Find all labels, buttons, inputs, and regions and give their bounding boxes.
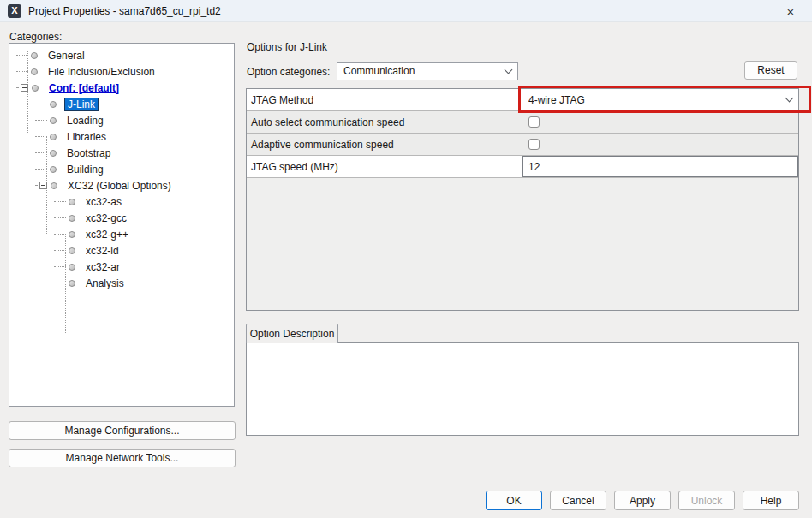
tree-branch-stub [54, 283, 66, 283]
option-checkbox[interactable] [528, 116, 540, 128]
manage-network-tools-label: Manage Network Tools... [66, 452, 179, 464]
category-bullet-icon [69, 199, 75, 205]
tree-item-general[interactable]: General [16, 47, 234, 63]
tree-item-xc32-g[interactable]: xc32-g++ [54, 226, 234, 242]
dropdown-value: 4-wire JTAG [528, 94, 786, 106]
option-row: JTAG Method 4-wire JTAG [247, 89, 798, 111]
option-categories-label: Option categories: [247, 66, 330, 78]
option-name-cell: JTAG Method [247, 89, 522, 110]
title-bar: X Project Properties - sama7d65_cu_rpi_t… [0, 0, 812, 22]
reset-button[interactable]: Reset [744, 61, 797, 80]
category-bullet-icon [69, 215, 75, 222]
app-logo-icon: X [8, 4, 21, 18]
category-bullet-icon [69, 264, 75, 271]
tree-branch-stub [54, 250, 66, 251]
tree-branch-stub [16, 55, 28, 56]
option-name-cell: Auto select communication speed [247, 111, 522, 133]
tree-item-libraries[interactable]: Libraries [35, 128, 234, 145]
tree-item-label: xc32-g++ [83, 228, 131, 241]
tree-branch-stub [35, 136, 47, 137]
tree-item-xc32-global-options[interactable]: XC32 (Global Options) [35, 177, 234, 194]
collapse-expander-icon[interactable] [21, 84, 28, 92]
tree-branch-stub [35, 152, 47, 153]
chevron-down-icon [785, 94, 794, 103]
tree-item-building[interactable]: Building [35, 161, 234, 177]
category-bullet-icon [50, 101, 57, 108]
tree-branch-stub [54, 266, 66, 267]
tree-item-label: Analysis [83, 277, 127, 290]
option-checkbox[interactable] [528, 139, 540, 150]
option-value-cell[interactable] [522, 111, 798, 133]
tree-item-label: xc32-ar [83, 260, 122, 274]
category-bullet-icon [50, 166, 57, 173]
tree-item-conf-default[interactable]: Conf: [default] [16, 80, 234, 96]
button-label: Cancel [562, 495, 594, 507]
tree-item-label: Conf: [default] [46, 81, 122, 95]
option-row: JTAG speed (MHz) 12 [247, 156, 798, 178]
options-panel-title: Options for J-Link [247, 41, 327, 53]
ok-button[interactable]: OK [486, 491, 542, 510]
reset-label: Reset [757, 64, 784, 76]
options-table: JTAG Method 4-wire JTAG Auto select comm… [246, 88, 799, 311]
button-label: OK [506, 495, 521, 507]
tree-item-label: XC32 (Global Options) [65, 179, 174, 193]
category-bullet-icon [50, 117, 57, 124]
tree-branch-stub [35, 169, 47, 170]
tree-item-label: General [45, 49, 87, 63]
tree-branch-stub [35, 185, 37, 186]
apply-button[interactable]: Apply [614, 491, 671, 510]
tree-branch-stub [54, 217, 66, 218]
help-button[interactable]: Help [743, 491, 799, 510]
category-bullet-icon [69, 280, 75, 287]
option-value-cell[interactable] [522, 134, 798, 155]
dialog-footer: OK Cancel Apply Unlock Help [0, 491, 799, 510]
categories-tree: General File Inclusion/Exclusion Conf: [… [9, 43, 235, 407]
button-label: Help [761, 495, 782, 507]
tree-item-bootstrap[interactable]: Bootstrap [35, 145, 234, 161]
category-bullet-icon [50, 134, 57, 140]
category-bullet-icon [69, 247, 75, 254]
category-bullet-icon [51, 182, 57, 189]
cancel-button[interactable]: Cancel [550, 491, 606, 510]
tree-item-file-inclusion-exclusion[interactable]: File Inclusion/Exclusion [16, 63, 234, 80]
category-bullet-icon [31, 68, 38, 75]
tree-branch-stub [35, 120, 47, 121]
window-title: Project Properties - sama7d65_cu_rpi_td2 [28, 5, 221, 17]
option-description-tab-label: Option Description [250, 328, 335, 340]
chevron-down-icon [505, 65, 513, 74]
collapse-expander-icon[interactable] [39, 182, 47, 189]
categories-label: Categories: [9, 31, 62, 43]
tree-item-xc32-ar[interactable]: xc32-ar [54, 259, 234, 275]
tree-branch-stub [54, 234, 66, 235]
option-categories-value: Communication [343, 65, 505, 77]
tree-item-xc32-ld[interactable]: xc32-ld [54, 242, 234, 259]
tree-item-label: Libraries [64, 130, 109, 144]
tree-item-j-link[interactable]: J-Link [35, 96, 234, 112]
tree-branch-stub [16, 71, 28, 72]
text-value: 12 [528, 161, 792, 173]
tree-item-analysis[interactable]: Analysis [54, 275, 234, 291]
jtag-speed-input[interactable]: 12 [522, 156, 798, 177]
tree-item-label: xc32-ld [83, 244, 122, 258]
tree-item-xc32-gcc[interactable]: xc32-gcc [54, 210, 234, 226]
button-label: Unlock [691, 495, 723, 507]
close-icon[interactable]: × [781, 2, 800, 21]
tree-item-loading[interactable]: Loading [35, 112, 234, 128]
option-description-tab[interactable]: Option Description [246, 324, 338, 343]
manage-configurations-button[interactable]: Manage Configurations... [9, 421, 236, 440]
tree-item-label: Building [64, 163, 106, 176]
tree-item-label: xc32-gcc [83, 211, 129, 225]
category-bullet-icon [32, 85, 39, 92]
tree-item-xc32-as[interactable]: xc32-as [54, 194, 234, 210]
tree-item-label: J-Link [64, 98, 99, 111]
option-description-panel [246, 342, 799, 436]
jtag-method-select[interactable]: 4-wire JTAG [522, 89, 798, 110]
unlock-button[interactable]: Unlock [678, 491, 735, 510]
tree-item-label: xc32-as [83, 195, 124, 209]
button-label: Apply [630, 495, 655, 507]
option-categories-select[interactable]: Communication [337, 62, 518, 80]
manage-network-tools-button[interactable]: Manage Network Tools... [9, 449, 236, 467]
tree-item-label: File Inclusion/Exclusion [45, 65, 158, 79]
option-name-cell: Adaptive communication speed [247, 134, 522, 155]
option-row: Adaptive communication speed [247, 134, 798, 156]
